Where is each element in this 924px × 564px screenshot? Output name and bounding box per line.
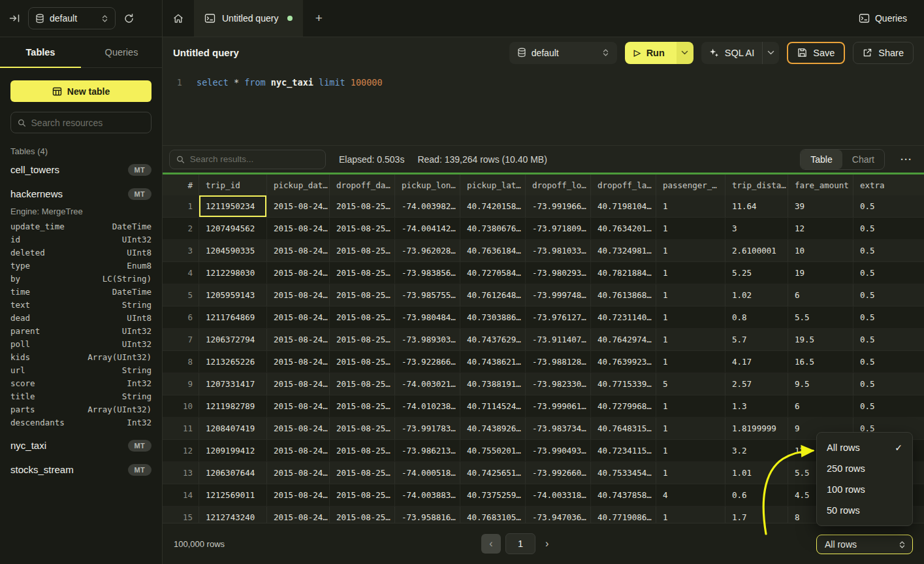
table-cell[interactable]: 2015-08-24… — [267, 218, 330, 239]
table-cell[interactable]: -74.003021… — [395, 373, 460, 395]
page-size-select[interactable]: All rows — [816, 535, 913, 554]
table-cell[interactable]: 40.7198104… — [591, 195, 656, 217]
table-cell[interactable]: 2015-08-25… — [330, 462, 395, 484]
sidebar-item-nyc-taxi[interactable]: nyc_taxi MT — [10, 435, 151, 456]
table-cell[interactable]: -73.982330… — [526, 373, 591, 395]
database-selector[interactable]: default — [28, 7, 116, 29]
column-header[interactable]: passenger_… — [656, 174, 725, 195]
table-cell[interactable]: 1212298030 — [199, 262, 267, 284]
table-cell[interactable]: 40.7636184… — [460, 240, 526, 261]
table-cell[interactable]: -73.983734… — [526, 418, 591, 439]
table-cell[interactable]: 1 — [656, 440, 725, 461]
table-cell[interactable]: 1 — [656, 195, 725, 217]
table-cell[interactable]: 2015-08-25… — [330, 262, 395, 284]
table-cell[interactable]: 40.7114524… — [460, 395, 526, 417]
table-cell[interactable]: 1 — [656, 395, 725, 417]
table-cell[interactable]: 1 — [656, 307, 725, 328]
tab-untitled-query[interactable]: Untitled query — [194, 0, 303, 37]
search-results-input[interactable] — [190, 154, 319, 164]
table-cell[interactable]: 19 — [788, 262, 853, 284]
query-database-selector[interactable]: default — [509, 42, 617, 64]
column-header[interactable]: pickup_dat… — [267, 174, 330, 195]
save-button[interactable]: Save — [787, 42, 845, 64]
share-button[interactable]: Share — [853, 42, 914, 64]
table-cell[interactable]: 0.5 — [853, 218, 924, 239]
table-cell[interactable]: 2.57 — [725, 373, 788, 395]
table-cell[interactable]: 2015-08-24… — [267, 262, 330, 284]
table-cell[interactable]: 1212743240 — [199, 506, 267, 523]
current-page-button[interactable]: 1 — [505, 533, 535, 554]
table-cell[interactable]: 40.7821884… — [591, 262, 656, 284]
table-cell[interactable]: -73.991783… — [395, 418, 460, 439]
table-cell[interactable]: 40.7231140… — [591, 307, 656, 328]
table-cell[interactable]: 5.5 — [788, 307, 853, 328]
table-cell[interactable]: 40.7613868… — [591, 284, 656, 306]
next-page-button[interactable]: › — [545, 538, 549, 550]
table-cell[interactable]: 1.7 — [725, 506, 788, 523]
tab-home[interactable] — [163, 0, 194, 37]
sql-ai-options-button[interactable] — [762, 42, 779, 64]
table-cell[interactable]: 2.6100001 — [725, 240, 788, 261]
table-cell[interactable]: 40.7683105… — [460, 506, 526, 523]
sidebar-item-cell-towers[interactable]: cell_towers MT — [10, 159, 151, 180]
table-cell[interactable]: 0.5 — [853, 262, 924, 284]
table-cell[interactable]: 1211764869 — [199, 307, 267, 328]
table-cell[interactable]: 3 — [725, 218, 788, 239]
table-cell[interactable]: 1.01 — [725, 462, 788, 484]
table-cell[interactable]: 2015-08-24… — [267, 484, 330, 506]
table-cell[interactable]: -73.976127… — [526, 307, 591, 328]
table-row[interactable]: 112119502342015-08-24…2015-08-25…-74.003… — [163, 195, 924, 218]
menu-item-100-rows[interactable]: 100 rows — [817, 479, 912, 500]
table-cell[interactable]: 0.5 — [853, 195, 924, 217]
table-cell[interactable]: -74.003883… — [395, 484, 460, 506]
table-cell[interactable]: 2015-08-24… — [267, 462, 330, 484]
table-cell[interactable]: 2015-08-24… — [267, 307, 330, 328]
table-cell[interactable]: 2015-08-25… — [330, 506, 395, 523]
table-cell[interactable]: 0.6 — [725, 484, 788, 506]
sidebar-item-hackernews[interactable]: hackernews MT — [10, 183, 151, 205]
sidebar-item-stocks-stream[interactable]: stocks_stream MT — [10, 459, 151, 480]
table-row[interactable]: 812132652262015-08-24…2015-08-25…-73.922… — [163, 351, 924, 373]
sidebar-tab-tables[interactable]: Tables — [0, 37, 81, 67]
table-cell[interactable]: 6 — [788, 284, 853, 306]
table-cell[interactable]: -74.010238… — [395, 395, 460, 417]
table-cell[interactable]: 1 — [656, 240, 725, 261]
table-row[interactable]: 412122980302015-08-24…2015-08-25…-73.983… — [163, 262, 924, 284]
table-cell[interactable]: 6 — [788, 395, 853, 417]
table-cell[interactable]: 2015-08-25… — [330, 218, 395, 239]
table-cell[interactable]: -73.983856… — [395, 262, 460, 284]
view-tab-table[interactable]: Table — [801, 150, 842, 169]
table-cell[interactable]: 5.7 — [725, 329, 788, 350]
menu-item-250-rows[interactable]: 250 rows — [817, 458, 912, 479]
table-cell[interactable]: -73.947036… — [526, 506, 591, 523]
menu-item-50-rows[interactable]: 50 rows — [817, 500, 912, 521]
table-row[interactable]: 912073314172015-08-24…2015-08-25…-74.003… — [163, 373, 924, 395]
table-cell[interactable]: 1213265226 — [199, 351, 267, 373]
table-cell[interactable]: 2015-08-25… — [330, 418, 395, 439]
table-cell[interactable]: 40.7380676… — [460, 218, 526, 239]
table-cell[interactable]: 19.5 — [788, 329, 853, 350]
table-cell[interactable]: 5 — [656, 373, 725, 395]
column-header[interactable]: pickup_lon… — [395, 174, 460, 195]
table-cell[interactable]: 1204590335 — [199, 240, 267, 261]
sql-editor[interactable]: 1 select * from nyc_taxi limit 100000 — [163, 68, 924, 145]
table-cell[interactable]: -73.922866… — [395, 351, 460, 373]
table-cell[interactable]: 2015-08-24… — [267, 284, 330, 306]
table-cell[interactable]: -74.000518… — [395, 462, 460, 484]
table-cell[interactable]: 1208407419 — [199, 418, 267, 439]
table-cell[interactable]: 40.7270584… — [460, 262, 526, 284]
table-row[interactable]: 212074945622015-08-24…2015-08-25…-74.004… — [163, 218, 924, 240]
table-cell[interactable]: 2015-08-24… — [267, 418, 330, 439]
table-cell[interactable]: -74.003982… — [395, 195, 460, 217]
table-cell[interactable]: -73.990493… — [526, 440, 591, 461]
table-cell[interactable]: 1207494562 — [199, 218, 267, 239]
table-cell[interactable]: 1205959143 — [199, 284, 267, 306]
column-header[interactable]: fare_amount — [788, 174, 853, 195]
table-cell[interactable]: 1.3 — [725, 395, 788, 417]
table-cell[interactable]: 5.25 — [725, 262, 788, 284]
table-cell[interactable]: 40.7375259… — [460, 484, 526, 506]
table-row[interactable]: 1212091994122015-08-24…2015-08-25…-73.98… — [163, 440, 924, 462]
table-cell[interactable]: 1 — [656, 418, 725, 439]
table-cell[interactable]: 2015-08-24… — [267, 240, 330, 261]
new-tab-button[interactable]: + — [303, 0, 334, 37]
